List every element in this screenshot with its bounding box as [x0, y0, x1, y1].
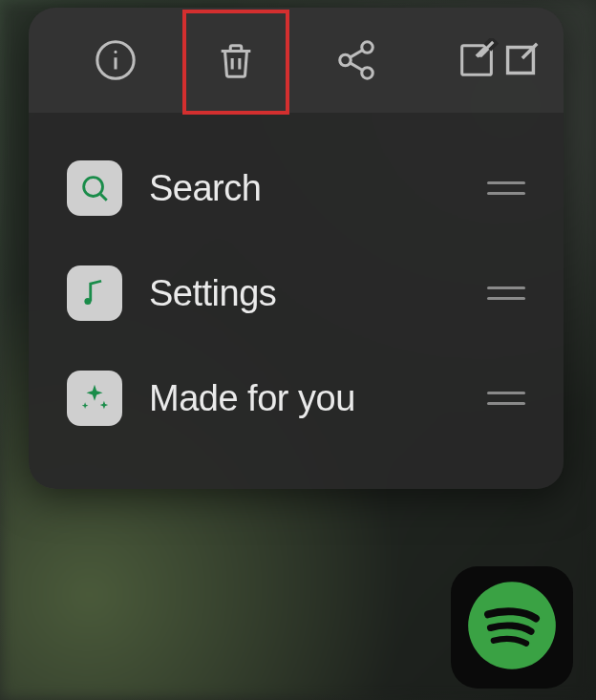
share-icon — [334, 38, 378, 86]
svg-line-8 — [350, 50, 362, 57]
shortcut-item-made-for-you[interactable]: Made for you — [55, 346, 537, 451]
svg-point-5 — [362, 42, 373, 53]
shortcut-item-settings[interactable]: Settings — [55, 241, 537, 346]
shortcut-item-search[interactable]: Search — [55, 136, 537, 241]
drag-handle-icon[interactable] — [487, 284, 525, 303]
edit-icon — [455, 38, 499, 86]
shortcut-label: Settings — [149, 273, 460, 314]
edit-button[interactable] — [447, 32, 506, 92]
delete-button[interactable] — [206, 32, 266, 92]
sparkle-icon — [67, 371, 122, 426]
shortcut-label: Made for you — [149, 378, 460, 419]
svg-point-13 — [84, 298, 91, 305]
svg-point-7 — [362, 68, 373, 79]
spotify-icon — [464, 578, 560, 677]
shortcut-list: Search Settings Made for you — [29, 113, 564, 489]
spotify-app-icon[interactable] — [451, 566, 573, 689]
drag-handle-icon[interactable] — [487, 179, 525, 198]
context-menu-panel: Search Settings Made for you — [29, 8, 564, 489]
info-button[interactable] — [86, 32, 145, 92]
search-icon — [67, 160, 122, 216]
svg-line-12 — [100, 194, 106, 200]
svg-point-2 — [114, 51, 117, 53]
svg-point-11 — [84, 178, 103, 197]
share-button[interactable] — [327, 32, 386, 92]
music-note-icon — [67, 265, 122, 321]
action-toolbar — [29, 8, 564, 113]
shortcut-label: Search — [149, 168, 460, 209]
trash-icon — [214, 38, 258, 86]
info-icon — [94, 38, 138, 86]
svg-line-9 — [350, 63, 362, 71]
svg-point-6 — [340, 54, 351, 66]
drag-handle-icon[interactable] — [487, 389, 525, 408]
